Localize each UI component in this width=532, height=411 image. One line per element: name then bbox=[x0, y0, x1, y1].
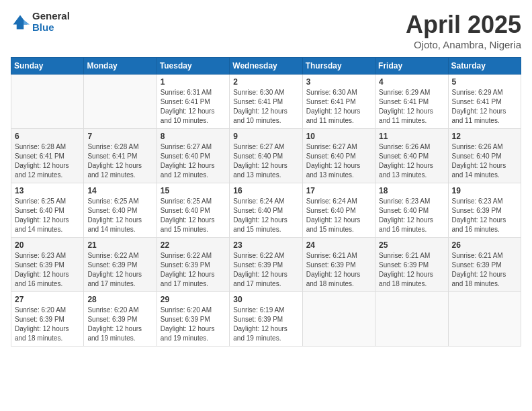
day-detail: Sunrise: 6:30 AM Sunset: 6:41 PM Dayligh… bbox=[306, 88, 371, 126]
calendar-cell: 11Sunrise: 6:26 AM Sunset: 6:40 PM Dayli… bbox=[375, 129, 448, 183]
day-detail: Sunrise: 6:27 AM Sunset: 6:40 PM Dayligh… bbox=[233, 142, 298, 180]
day-detail: Sunrise: 6:28 AM Sunset: 6:41 PM Dayligh… bbox=[15, 142, 80, 180]
day-number: 1 bbox=[161, 77, 226, 87]
day-number: 5 bbox=[452, 77, 517, 87]
calendar-cell bbox=[84, 75, 157, 129]
calendar-cell: 20Sunrise: 6:23 AM Sunset: 6:39 PM Dayli… bbox=[11, 238, 84, 292]
calendar-cell: 5Sunrise: 6:29 AM Sunset: 6:41 PM Daylig… bbox=[448, 75, 521, 129]
day-detail: Sunrise: 6:22 AM Sunset: 6:39 PM Dayligh… bbox=[161, 251, 226, 289]
day-detail: Sunrise: 6:29 AM Sunset: 6:41 PM Dayligh… bbox=[452, 88, 517, 126]
calendar-cell: 24Sunrise: 6:21 AM Sunset: 6:39 PM Dayli… bbox=[302, 238, 375, 292]
calendar-cell bbox=[302, 292, 375, 347]
day-detail: Sunrise: 6:22 AM Sunset: 6:39 PM Dayligh… bbox=[87, 251, 152, 289]
calendar-cell: 26Sunrise: 6:21 AM Sunset: 6:39 PM Dayli… bbox=[448, 238, 521, 292]
day-number: 30 bbox=[233, 295, 298, 304]
calendar-header-thursday: Thursday bbox=[302, 58, 375, 75]
day-number: 21 bbox=[87, 240, 152, 250]
day-number: 28 bbox=[87, 295, 152, 304]
day-number: 23 bbox=[233, 240, 298, 250]
day-number: 22 bbox=[161, 240, 226, 250]
calendar-cell: 15Sunrise: 6:25 AM Sunset: 6:40 PM Dayli… bbox=[157, 183, 229, 238]
calendar-cell: 9Sunrise: 6:27 AM Sunset: 6:40 PM Daylig… bbox=[230, 129, 302, 183]
day-number: 15 bbox=[161, 186, 226, 195]
calendar-cell: 14Sunrise: 6:25 AM Sunset: 6:40 PM Dayli… bbox=[84, 183, 157, 238]
calendar-cell: 8Sunrise: 6:27 AM Sunset: 6:40 PM Daylig… bbox=[157, 129, 229, 183]
calendar-cell: 22Sunrise: 6:22 AM Sunset: 6:39 PM Dayli… bbox=[157, 238, 229, 292]
day-detail: Sunrise: 6:24 AM Sunset: 6:40 PM Dayligh… bbox=[306, 197, 371, 234]
day-number: 24 bbox=[306, 240, 371, 250]
day-detail: Sunrise: 6:31 AM Sunset: 6:41 PM Dayligh… bbox=[161, 88, 226, 126]
day-detail: Sunrise: 6:26 AM Sunset: 6:40 PM Dayligh… bbox=[379, 142, 444, 180]
calendar-cell: 2Sunrise: 6:30 AM Sunset: 6:41 PM Daylig… bbox=[230, 75, 302, 129]
day-number: 8 bbox=[161, 132, 226, 141]
calendar-location: Ojoto, Anambra, Nigeria bbox=[406, 39, 521, 50]
day-detail: Sunrise: 6:20 AM Sunset: 6:39 PM Dayligh… bbox=[15, 306, 80, 343]
day-detail: Sunrise: 6:20 AM Sunset: 6:39 PM Dayligh… bbox=[87, 306, 152, 343]
logo-text: General Blue bbox=[32, 11, 70, 33]
calendar-cell bbox=[375, 292, 448, 347]
calendar-cell: 6Sunrise: 6:28 AM Sunset: 6:41 PM Daylig… bbox=[11, 129, 84, 183]
day-detail: Sunrise: 6:20 AM Sunset: 6:39 PM Dayligh… bbox=[161, 306, 226, 343]
calendar-week-row: 6Sunrise: 6:28 AM Sunset: 6:41 PM Daylig… bbox=[11, 129, 521, 183]
day-detail: Sunrise: 6:22 AM Sunset: 6:39 PM Dayligh… bbox=[233, 251, 298, 289]
calendar-cell bbox=[448, 292, 521, 347]
day-number: 17 bbox=[306, 186, 371, 195]
calendar-cell bbox=[11, 75, 84, 129]
calendar-cell: 27Sunrise: 6:20 AM Sunset: 6:39 PM Dayli… bbox=[11, 292, 84, 347]
logo-blue-text: Blue bbox=[32, 22, 70, 34]
calendar-cell: 13Sunrise: 6:25 AM Sunset: 6:40 PM Dayli… bbox=[11, 183, 84, 238]
logo: General Blue bbox=[11, 11, 70, 33]
day-detail: Sunrise: 6:25 AM Sunset: 6:40 PM Dayligh… bbox=[87, 197, 152, 234]
day-detail: Sunrise: 6:28 AM Sunset: 6:41 PM Dayligh… bbox=[87, 142, 152, 180]
day-detail: Sunrise: 6:24 AM Sunset: 6:40 PM Dayligh… bbox=[233, 197, 298, 234]
calendar-cell: 1Sunrise: 6:31 AM Sunset: 6:41 PM Daylig… bbox=[157, 75, 229, 129]
day-detail: Sunrise: 6:25 AM Sunset: 6:40 PM Dayligh… bbox=[15, 197, 80, 234]
day-detail: Sunrise: 6:19 AM Sunset: 6:39 PM Dayligh… bbox=[233, 306, 298, 343]
day-number: 16 bbox=[233, 186, 298, 195]
calendar-cell: 28Sunrise: 6:20 AM Sunset: 6:39 PM Dayli… bbox=[84, 292, 157, 347]
day-detail: Sunrise: 6:30 AM Sunset: 6:41 PM Dayligh… bbox=[233, 88, 298, 126]
day-number: 29 bbox=[161, 295, 226, 304]
calendar-cell: 16Sunrise: 6:24 AM Sunset: 6:40 PM Dayli… bbox=[230, 183, 302, 238]
day-detail: Sunrise: 6:23 AM Sunset: 6:39 PM Dayligh… bbox=[15, 251, 80, 289]
calendar-header-saturday: Saturday bbox=[448, 58, 521, 75]
day-number: 3 bbox=[306, 77, 371, 87]
day-number: 4 bbox=[379, 77, 444, 87]
calendar-week-row: 27Sunrise: 6:20 AM Sunset: 6:39 PM Dayli… bbox=[11, 292, 521, 347]
calendar-cell: 12Sunrise: 6:26 AM Sunset: 6:40 PM Dayli… bbox=[448, 129, 521, 183]
day-number: 14 bbox=[87, 186, 152, 195]
day-number: 19 bbox=[452, 186, 517, 195]
calendar-header-monday: Monday bbox=[84, 58, 157, 75]
day-detail: Sunrise: 6:21 AM Sunset: 6:39 PM Dayligh… bbox=[379, 251, 444, 289]
calendar-header-tuesday: Tuesday bbox=[157, 58, 229, 75]
day-number: 25 bbox=[379, 240, 444, 250]
day-number: 6 bbox=[15, 132, 80, 141]
calendar-cell: 4Sunrise: 6:29 AM Sunset: 6:41 PM Daylig… bbox=[375, 75, 448, 129]
day-number: 27 bbox=[15, 295, 80, 304]
calendar-cell: 19Sunrise: 6:23 AM Sunset: 6:39 PM Dayli… bbox=[448, 183, 521, 238]
calendar-header-row: SundayMondayTuesdayWednesdayThursdayFrid… bbox=[11, 58, 521, 75]
calendar-cell: 29Sunrise: 6:20 AM Sunset: 6:39 PM Dayli… bbox=[157, 292, 229, 347]
calendar-cell: 17Sunrise: 6:24 AM Sunset: 6:40 PM Dayli… bbox=[302, 183, 375, 238]
day-detail: Sunrise: 6:27 AM Sunset: 6:40 PM Dayligh… bbox=[306, 142, 371, 180]
day-number: 11 bbox=[379, 132, 444, 141]
day-detail: Sunrise: 6:23 AM Sunset: 6:40 PM Dayligh… bbox=[379, 197, 444, 234]
calendar-cell: 21Sunrise: 6:22 AM Sunset: 6:39 PM Dayli… bbox=[84, 238, 157, 292]
calendar-table: SundayMondayTuesdayWednesdayThursdayFrid… bbox=[11, 57, 521, 347]
day-number: 7 bbox=[87, 132, 152, 141]
day-number: 20 bbox=[15, 240, 80, 250]
day-detail: Sunrise: 6:25 AM Sunset: 6:40 PM Dayligh… bbox=[161, 197, 226, 234]
day-detail: Sunrise: 6:21 AM Sunset: 6:39 PM Dayligh… bbox=[306, 251, 371, 289]
calendar-cell: 25Sunrise: 6:21 AM Sunset: 6:39 PM Dayli… bbox=[375, 238, 448, 292]
calendar-title: April 2025 bbox=[406, 11, 521, 39]
day-number: 9 bbox=[233, 132, 298, 141]
svg-marker-1 bbox=[24, 19, 30, 24]
calendar-week-row: 1Sunrise: 6:31 AM Sunset: 6:41 PM Daylig… bbox=[11, 75, 521, 129]
calendar-cell: 10Sunrise: 6:27 AM Sunset: 6:40 PM Dayli… bbox=[302, 129, 375, 183]
logo-icon bbox=[11, 13, 30, 32]
day-number: 12 bbox=[452, 132, 517, 141]
day-number: 26 bbox=[452, 240, 517, 250]
calendar-cell: 7Sunrise: 6:28 AM Sunset: 6:41 PM Daylig… bbox=[84, 129, 157, 183]
calendar-cell: 30Sunrise: 6:19 AM Sunset: 6:39 PM Dayli… bbox=[230, 292, 302, 347]
logo-general-text: General bbox=[32, 11, 70, 22]
